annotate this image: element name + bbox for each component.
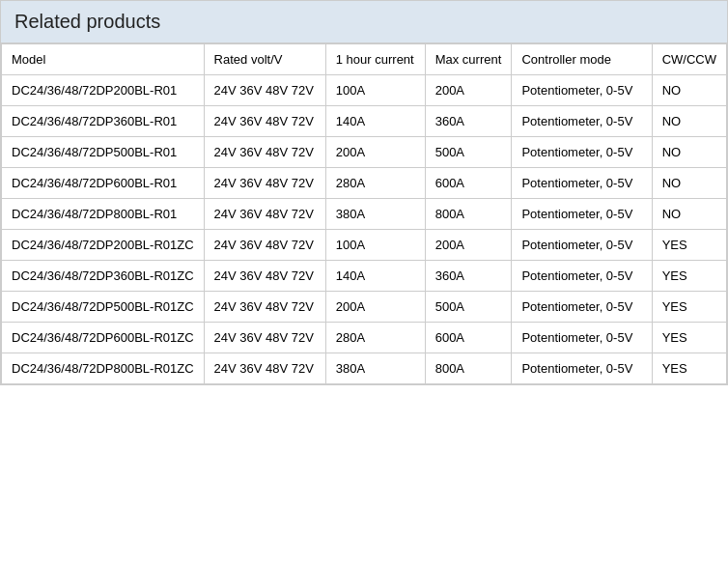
cell-rated_volt: 24V 36V 48V 72V [204,106,325,137]
table-row: DC24/36/48/72DP800BL-R01ZC24V 36V 48V 72… [2,353,727,384]
cell-model: DC24/36/48/72DP600BL-R01 [2,168,205,199]
cell-max_current: 360A [425,261,512,292]
cell-max_current: 800A [425,353,512,384]
cell-cw_ccw: NO [652,106,726,137]
cell-rated_volt: 24V 36V 48V 72V [204,75,325,106]
cell-controller_mode: Potentiometer, 0-5V [512,168,652,199]
cell-model: DC24/36/48/72DP500BL-R01 [2,137,205,168]
cell-controller_mode: Potentiometer, 0-5V [512,323,652,353]
table-header-row: Model Rated volt/V 1 hour current Max cu… [2,44,727,75]
cell-max_current: 200A [425,230,512,261]
cell-rated_volt: 24V 36V 48V 72V [204,168,325,199]
cell-cw_ccw: NO [652,199,726,230]
cell-controller_mode: Potentiometer, 0-5V [512,137,652,168]
table-row: DC24/36/48/72DP600BL-R0124V 36V 48V 72V2… [2,168,727,199]
table-row: DC24/36/48/72DP360BL-R0124V 36V 48V 72V1… [2,106,727,137]
table-row: DC24/36/48/72DP500BL-R01ZC24V 36V 48V 72… [2,292,727,323]
cell-controller_mode: Potentiometer, 0-5V [512,292,652,323]
cell-model: DC24/36/48/72DP360BL-R01 [2,106,205,137]
cell-rated_volt: 24V 36V 48V 72V [204,137,325,168]
cell-model: DC24/36/48/72DP600BL-R01ZC [2,323,205,353]
cell-controller_mode: Potentiometer, 0-5V [512,75,652,106]
cell-hour_current: 200A [325,137,425,168]
cell-model: DC24/36/48/72DP500BL-R01ZC [2,292,205,323]
table-row: DC24/36/48/72DP500BL-R0124V 36V 48V 72V2… [2,137,727,168]
cell-hour_current: 380A [325,353,425,384]
cell-max_current: 800A [425,199,512,230]
cell-model: DC24/36/48/72DP200BL-R01ZC [2,230,205,261]
cell-hour_current: 200A [325,292,425,323]
cell-rated_volt: 24V 36V 48V 72V [204,353,325,384]
table-row: DC24/36/48/72DP360BL-R01ZC24V 36V 48V 72… [2,261,727,292]
section-title: Related products [1,1,727,43]
cell-cw_ccw: YES [652,230,726,261]
cell-max_current: 360A [425,106,512,137]
table-row: DC24/36/48/72DP200BL-R01ZC24V 36V 48V 72… [2,230,727,261]
cell-hour_current: 140A [325,261,425,292]
col-header-rated-volt: Rated volt/V [204,44,325,75]
cell-rated_volt: 24V 36V 48V 72V [204,292,325,323]
products-table: Model Rated volt/V 1 hour current Max cu… [1,43,727,384]
cell-hour_current: 380A [325,199,425,230]
cell-model: DC24/36/48/72DP200BL-R01 [2,75,205,106]
cell-cw_ccw: YES [652,323,726,353]
cell-hour_current: 100A [325,75,425,106]
cell-controller_mode: Potentiometer, 0-5V [512,261,652,292]
cell-hour_current: 140A [325,106,425,137]
cell-hour_current: 280A [325,323,425,353]
table-row: DC24/36/48/72DP200BL-R0124V 36V 48V 72V1… [2,75,727,106]
cell-controller_mode: Potentiometer, 0-5V [512,199,652,230]
cell-cw_ccw: NO [652,137,726,168]
cell-max_current: 500A [425,292,512,323]
cell-rated_volt: 24V 36V 48V 72V [204,323,325,353]
cell-rated_volt: 24V 36V 48V 72V [204,230,325,261]
cell-model: DC24/36/48/72DP360BL-R01ZC [2,261,205,292]
cell-model: DC24/36/48/72DP800BL-R01 [2,199,205,230]
col-header-hour-current: 1 hour current [325,44,425,75]
col-header-cw-ccw: CW/CCW [652,44,726,75]
cell-rated_volt: 24V 36V 48V 72V [204,199,325,230]
cell-cw_ccw: YES [652,292,726,323]
table-row: DC24/36/48/72DP800BL-R0124V 36V 48V 72V3… [2,199,727,230]
cell-model: DC24/36/48/72DP800BL-R01ZC [2,353,205,384]
cell-rated_volt: 24V 36V 48V 72V [204,261,325,292]
page-container: Related products Model Rated volt/V 1 ho… [0,0,728,385]
cell-controller_mode: Potentiometer, 0-5V [512,230,652,261]
cell-cw_ccw: YES [652,261,726,292]
col-header-model: Model [2,44,205,75]
table-row: DC24/36/48/72DP600BL-R01ZC24V 36V 48V 72… [2,323,727,353]
cell-cw_ccw: NO [652,75,726,106]
cell-max_current: 200A [425,75,512,106]
cell-controller_mode: Potentiometer, 0-5V [512,106,652,137]
cell-cw_ccw: YES [652,353,726,384]
cell-max_current: 600A [425,168,512,199]
cell-hour_current: 100A [325,230,425,261]
cell-hour_current: 280A [325,168,425,199]
col-header-max-current: Max current [425,44,512,75]
cell-max_current: 500A [425,137,512,168]
col-header-controller-mode: Controller mode [512,44,652,75]
cell-controller_mode: Potentiometer, 0-5V [512,353,652,384]
cell-max_current: 600A [425,323,512,353]
cell-cw_ccw: NO [652,168,726,199]
